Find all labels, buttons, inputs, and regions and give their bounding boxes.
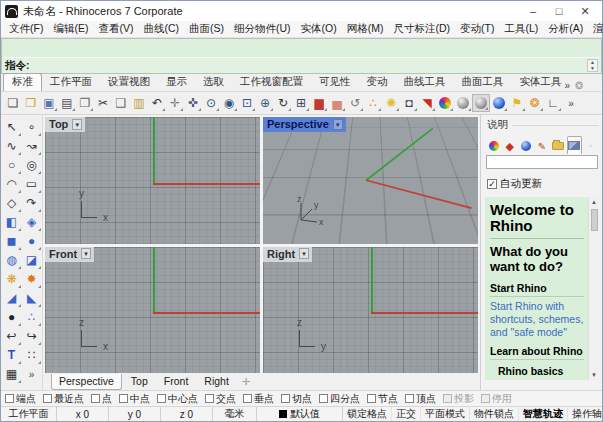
block-tool-icon[interactable]: ▦ — [3, 365, 21, 383]
viewport-menu-caret-icon[interactable]: ▾ — [72, 119, 82, 130]
new-file-icon[interactable]: ❏ — [4, 94, 22, 112]
toolbar-tab-cplanes[interactable]: 工作平面 — [42, 74, 100, 91]
rotate-view-icon[interactable]: ↻ — [274, 94, 292, 112]
menu-subd[interactable]: 细分物件(U) — [229, 22, 296, 36]
checkbox-icon[interactable] — [91, 394, 100, 403]
command-history[interactable] — [2, 39, 601, 58]
checkbox-icon[interactable] — [405, 394, 414, 403]
viewport-front-label[interactable]: Front ▾ — [45, 247, 94, 262]
toolbar-tab-visibility[interactable]: 可见性 — [311, 74, 359, 91]
torus-tool-icon[interactable]: ◍ — [3, 251, 21, 269]
menu-file[interactable]: 文件(F) — [4, 22, 48, 36]
scrollbar-thumb[interactable] — [591, 209, 598, 231]
command-history-spinner[interactable]: ▲▼ — [587, 59, 598, 72]
ellipse-tool-icon[interactable]: ◎ — [23, 156, 41, 174]
viewport-menu-caret-icon[interactable]: ▾ — [81, 248, 91, 259]
viewport-top-label[interactable]: Top ▾ — [45, 117, 85, 132]
panel-tab-render-icon[interactable]: ◆ — [502, 138, 517, 154]
toolbar-options-gear-icon[interactable]: ❂ — [572, 80, 586, 91]
osnap-intersection[interactable]: 交点 — [205, 392, 236, 406]
start-rhino-link[interactable]: Start Rhino with shortcuts, schemes, and… — [490, 300, 584, 339]
toolbar-tab-curve-tools[interactable]: 曲线工具 — [396, 74, 454, 91]
checkbox-icon[interactable] — [281, 394, 290, 403]
osnap-knot[interactable]: 节点 — [367, 392, 398, 406]
polyline-tool-icon[interactable]: ∿ — [3, 137, 21, 155]
move-icon[interactable]: ✜ — [184, 94, 202, 112]
checkbox-icon[interactable] — [119, 394, 128, 403]
checkbox-icon[interactable] — [205, 394, 214, 403]
help-search-input[interactable] — [486, 155, 598, 169]
undo-icon[interactable]: ↶ — [148, 94, 166, 112]
scroll-up-icon[interactable]: ▲ — [591, 197, 597, 207]
viewport-menu-caret-icon[interactable]: ▾ — [299, 248, 309, 259]
toggle-grid-snap[interactable]: 锁定格点 — [343, 407, 392, 421]
toggle-planar-mode[interactable]: 平面模式 — [421, 407, 470, 421]
toolbar-tab-select[interactable]: 选取 — [195, 74, 232, 91]
toggle-gumball[interactable]: 操作轴 — [568, 407, 602, 421]
construction-history-icon[interactable]: ∟ — [544, 94, 562, 112]
menu-render[interactable]: 渲染(R) — [588, 22, 603, 36]
toolbar-tabs-overflow[interactable]: » — [563, 80, 573, 91]
viewport-perspective[interactable]: Perspective ▾ z y x — [263, 117, 478, 244]
scroll-down-icon[interactable]: ▼ — [591, 370, 597, 380]
paste-icon[interactable]: ▥ — [130, 94, 148, 112]
viewport-layout-icon[interactable]: ⊞ — [292, 94, 310, 112]
circle-tool-icon[interactable]: ○ — [3, 156, 21, 174]
close-button[interactable]: ✕ — [572, 2, 598, 20]
point-tool-icon[interactable]: ∘ — [23, 118, 41, 136]
boolean-tool-icon[interactable]: ● — [3, 308, 21, 326]
checkbox-icon[interactable] — [5, 394, 14, 403]
lock-icon[interactable]: ◘ — [400, 94, 418, 112]
checkbox-icon[interactable] — [443, 394, 452, 403]
polygon-tool-icon[interactable]: ◇ — [3, 194, 21, 212]
panel-tab-help-icon[interactable] — [567, 136, 582, 154]
toggle-smarttrack[interactable]: 智慧轨迹 — [519, 407, 568, 421]
menu-solid[interactable]: 实体(O) — [296, 22, 342, 36]
print-icon[interactable]: ▤ — [58, 94, 76, 112]
point-cloud-tool-icon[interactable]: ∷ — [23, 346, 41, 364]
select-arrow-icon[interactable]: ↖ — [3, 118, 21, 136]
patch-tool-icon[interactable]: ◪ — [23, 251, 41, 269]
checkbox-icon[interactable] — [319, 394, 328, 403]
menu-edit[interactable]: 编辑(E) — [48, 22, 93, 36]
add-viewport-tab-icon[interactable]: ✛ — [238, 376, 254, 387]
viewport-perspective-label[interactable]: Perspective ▾ — [263, 117, 346, 132]
toolbar-tab-viewport-layout[interactable]: 工作视窗配置 — [232, 74, 311, 91]
osnap-mid[interactable]: 中点 — [119, 392, 150, 406]
osnap-near[interactable]: 最近点 — [43, 392, 84, 406]
viewport-front[interactable]: Front ▾ z x — [45, 247, 260, 374]
panel-tab-libraries-icon[interactable] — [551, 138, 566, 154]
rectangle-tool-icon[interactable]: ▭ — [23, 175, 41, 193]
copy-view-icon[interactable]: ❐ — [76, 94, 94, 112]
main-toolbar-overflow[interactable]: » — [562, 94, 580, 112]
auto-update-checkbox[interactable]: ✓ 自动更新 — [487, 177, 599, 191]
zoom-icon[interactable]: ⊙ — [202, 94, 220, 112]
checkbox-icon[interactable] — [243, 394, 252, 403]
viewport-right-label[interactable]: Right ▾ — [263, 247, 312, 262]
panel-tab-materials-icon[interactable] — [518, 138, 533, 154]
checkbox-checked-icon[interactable]: ✓ — [487, 179, 497, 189]
viewport-right[interactable]: Right ▾ z y — [263, 247, 478, 374]
text-tool-icon[interactable]: T — [3, 346, 21, 364]
menu-tools[interactable]: 工具(L) — [500, 22, 544, 36]
help-scrollbar[interactable]: ▲ ▼ — [588, 197, 599, 380]
options-gear-icon[interactable]: ❂ — [526, 94, 544, 112]
environment-icon[interactable]: ▅ — [328, 94, 346, 112]
curve-from-object-icon[interactable]: ↩ — [3, 327, 21, 345]
color-wheel-icon[interactable] — [436, 94, 454, 112]
osnap-vertex[interactable]: 顶点 — [405, 392, 436, 406]
save-file-icon[interactable]: ▣ — [40, 94, 58, 112]
viewport-tab-front[interactable]: Front — [157, 374, 196, 389]
link-diagram-icon[interactable]: ∴ — [364, 94, 382, 112]
raytraced-sphere-icon[interactable] — [490, 94, 508, 112]
zoom-extents-icon[interactable]: ⊕ — [256, 94, 274, 112]
checkbox-icon[interactable] — [157, 394, 166, 403]
viewport-tab-top[interactable]: Top — [124, 374, 155, 389]
toolbar-tab-standard[interactable]: 标准 — [3, 73, 42, 91]
rhino-render-icon[interactable]: ◥ — [418, 94, 436, 112]
checkbox-icon[interactable] — [43, 394, 52, 403]
viewport-menu-caret-icon[interactable]: ▾ — [333, 119, 343, 130]
arc-tool-icon[interactable]: ◠ — [3, 175, 21, 193]
toggle-ortho[interactable]: 正交 — [392, 407, 421, 421]
panel-tab-notes-icon[interactable]: ✎ — [534, 138, 549, 154]
